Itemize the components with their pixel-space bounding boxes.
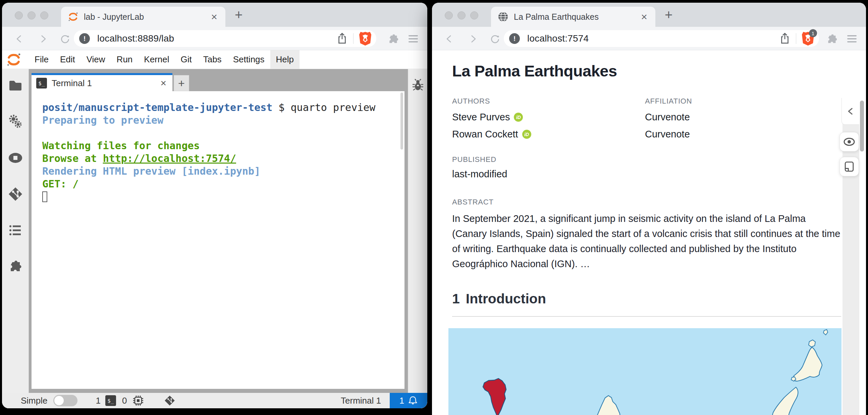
page-scrollbar[interactable]	[860, 101, 864, 152]
window-zoom-button[interactable]	[470, 11, 478, 20]
tab-title: La Palma Earthquakes	[514, 12, 640, 22]
menu-run[interactable]: Run	[111, 50, 138, 69]
menu-help[interactable]: Help	[270, 50, 300, 69]
browser-toolbar: ! localhost:7574 1	[432, 27, 866, 50]
tab-close-icon[interactable]: ×	[640, 12, 649, 22]
menu-settings[interactable]: Settings	[227, 50, 270, 69]
terminals-count[interactable]: 1	[96, 395, 100, 406]
reload-button[interactable]	[59, 33, 70, 44]
toggle-knob	[54, 396, 64, 405]
terminal-line: Browse at http://localhost:7574/	[42, 152, 404, 165]
status-bar: Simple 1 $_ 0 Terminal 1 1	[2, 393, 427, 408]
new-tab-button[interactable]: +	[665, 7, 673, 23]
terminal-scrollbar[interactable]	[400, 93, 403, 150]
running-sessions-icon[interactable]	[8, 150, 23, 166]
visibility-button[interactable]	[839, 132, 859, 152]
address-bar[interactable]: ! localhost:7574 1	[504, 30, 819, 47]
new-launcher-button[interactable]: +	[174, 75, 189, 91]
window-close-button[interactable]	[445, 11, 453, 20]
debugger-bug-icon[interactable]	[411, 78, 425, 91]
published-label: PUBLISHED	[452, 155, 843, 164]
share-icon[interactable]	[336, 32, 348, 45]
terminal-tab-close-icon[interactable]: ×	[159, 77, 168, 89]
terminal-blank-line	[42, 127, 404, 139]
address-bar[interactable]: ! localhost:8889/lab	[74, 30, 376, 47]
simple-mode-toggle[interactable]	[53, 395, 78, 406]
kernels-count[interactable]: 0	[122, 395, 127, 406]
terminal-tab[interactable]: $_ Terminal 1 ×	[32, 73, 173, 91]
annotation-button[interactable]	[839, 157, 859, 176]
chevron-left-icon	[844, 105, 857, 117]
affiliation-value: Curvenote	[645, 129, 843, 140]
notification-button[interactable]: 1	[390, 393, 427, 408]
preview-url-link[interactable]: http://localhost:7574/	[103, 153, 236, 164]
file-browser-icon[interactable]	[8, 78, 23, 93]
forward-button[interactable]	[467, 33, 478, 44]
kernel-chip-icon[interactable]	[132, 394, 144, 407]
menu-view[interactable]: View	[81, 50, 111, 69]
terminal-output[interactable]: posit/manuscript-template-jupyter-test $…	[32, 91, 404, 389]
new-tab-button[interactable]: +	[235, 7, 243, 23]
authors-label: AUTHORS	[452, 97, 645, 105]
browser-menu-icon[interactable]	[407, 34, 419, 44]
jupyter-favicon	[68, 11, 79, 22]
extensions-icon[interactable]	[826, 33, 838, 45]
back-button[interactable]	[14, 33, 26, 44]
canary-islands-map-figure	[448, 328, 841, 415]
git-sidebar-icon[interactable]	[8, 186, 23, 202]
share-icon[interactable]	[779, 32, 790, 45]
site-info-icon[interactable]: !	[79, 33, 90, 44]
eye-icon	[842, 135, 856, 149]
section-title: Introduction	[466, 291, 546, 307]
orcid-icon[interactable]: iD	[514, 113, 523, 122]
manuscript: La Palma Earthquakes AUTHORS AFFILIATION…	[452, 50, 843, 415]
site-info-icon[interactable]: !	[509, 33, 520, 44]
menu-kernel[interactable]: Kernel	[138, 50, 175, 69]
window-minimize-button[interactable]	[458, 11, 466, 20]
browser-tab-lapalma[interactable]: La Palma Earthquakes ×	[491, 7, 655, 27]
page-title: La Palma Earthquakes	[452, 62, 843, 80]
menu-edit[interactable]: Edit	[54, 50, 81, 69]
terminal-line: Watching files for changes	[42, 139, 404, 152]
published-value: last-modified	[452, 169, 843, 180]
frontmatter-grid: AUTHORS AFFILIATION Steve Purves iD Curv…	[452, 97, 843, 140]
table-of-contents-icon[interactable]	[8, 223, 23, 238]
browser-menu-icon[interactable]	[846, 34, 858, 44]
brave-shield-icon[interactable]: 1	[802, 31, 814, 46]
reload-button[interactable]	[489, 33, 500, 44]
orcid-icon[interactable]: iD	[522, 130, 531, 139]
back-button[interactable]	[444, 33, 456, 44]
traffic-lights	[445, 11, 478, 20]
terminal-icon: $_	[36, 78, 47, 89]
document-page: La Palma Earthquakes AUTHORS AFFILIATION…	[432, 50, 866, 415]
property-inspector-gears-icon[interactable]	[8, 114, 23, 129]
bell-icon	[408, 395, 417, 406]
url-text: localhost:7574	[527, 33, 589, 44]
terminal-count-icon[interactable]: $_	[105, 395, 116, 406]
extensions-icon[interactable]	[387, 33, 399, 45]
git-status-icon[interactable]	[164, 394, 176, 407]
current-terminal-label[interactable]: Terminal 1	[341, 395, 381, 406]
url-text: localhost:8889/lab	[97, 33, 174, 44]
abstract-block: ABSTRACT In September 2021, a significan…	[452, 198, 843, 272]
tab-close-icon[interactable]: ×	[210, 12, 219, 22]
extension-manager-icon[interactable]	[8, 259, 23, 274]
collapse-panel-button[interactable]	[841, 98, 859, 125]
brave-shield-icon[interactable]	[359, 31, 372, 46]
left-sidebar	[2, 69, 29, 393]
forward-button[interactable]	[37, 33, 48, 44]
browser-tab-jupyterlab[interactable]: lab - JupyterLab ×	[61, 7, 225, 27]
menu-git[interactable]: Git	[175, 50, 197, 69]
tab-title: lab - JupyterLab	[84, 12, 210, 22]
section-heading: 1Introduction	[452, 291, 843, 307]
abstract-text: In September 2021, a significant jump in…	[452, 211, 841, 272]
preview-side-rail	[842, 98, 859, 415]
window-close-button[interactable]	[15, 11, 23, 20]
window-minimize-button[interactable]	[28, 11, 36, 20]
note-icon	[842, 160, 856, 173]
status-bar-right: Terminal 1 1	[341, 393, 427, 408]
menu-tabs[interactable]: Tabs	[197, 50, 227, 69]
menu-file[interactable]: File	[29, 50, 54, 69]
window-zoom-button[interactable]	[40, 11, 48, 20]
shield-blocked-count-badge: 1	[809, 29, 817, 37]
